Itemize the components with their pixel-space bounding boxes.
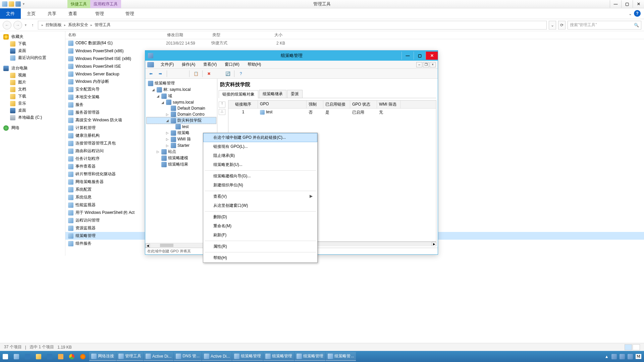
refresh-button[interactable]: ⟳ (558, 21, 566, 29)
context-menu-item[interactable]: 属性(R) (203, 242, 317, 251)
sidebar-network[interactable]: 网络 (0, 124, 65, 131)
col-date[interactable]: 修改日期 (164, 32, 210, 38)
context-menu-item[interactable]: 阻止继承(B) (203, 151, 317, 160)
tb-copy-icon[interactable]: 📋 (192, 70, 200, 77)
forward-button[interactable]: → (13, 21, 22, 29)
context-menu-item[interactable]: 在这个域中创建 GPO 并在此处链接(C)... (203, 133, 317, 142)
tree-root[interactable]: 组策略管理 (147, 80, 216, 86)
sidebar-item[interactable]: 桌面 (0, 107, 65, 114)
scroll-left-button[interactable]: ◀ (145, 244, 150, 248)
tree-ou-selected[interactable]: ◢防灾科技学院 (147, 117, 216, 124)
tray-up-icon[interactable]: ▲ (605, 354, 609, 359)
tb-refresh-icon[interactable]: 🔄 (224, 70, 231, 77)
menu-action[interactable]: 操作(A) (178, 62, 199, 67)
context-menu-item[interactable]: 帮助(H) (203, 253, 317, 262)
context-tab-apptools[interactable]: 应用程序工具 (90, 0, 121, 8)
sidebar-item[interactable]: 下载 (0, 93, 65, 100)
taskbar-app[interactable]: 组策略管理 (232, 352, 263, 361)
search-icon[interactable]: 🔍 (634, 23, 639, 27)
context-menu-item[interactable]: 刷新(F) (203, 231, 317, 240)
menu-help[interactable]: 帮助(H) (244, 62, 265, 67)
breadcrumb-seg[interactable]: 控制面板 (44, 22, 63, 28)
tb-extra-icon[interactable] (247, 70, 254, 77)
tray-flag-icon[interactable] (611, 354, 617, 359)
context-menu-item[interactable]: 组策略建模向导(G)... (203, 172, 317, 181)
taskbar-explorer[interactable] (34, 352, 45, 361)
th-enabled[interactable]: 已启用链接 (323, 101, 350, 108)
qat-props-icon[interactable] (15, 1, 21, 7)
taskbar-app[interactable]: 网络连接 (89, 352, 116, 361)
tb-up-icon[interactable] (170, 70, 177, 77)
tray-sound-icon[interactable] (628, 354, 633, 359)
context-menu-item[interactable]: 查看(V)▶ (203, 192, 317, 201)
sidebar-item[interactable]: 最近访问的位置 (0, 54, 65, 61)
taskbar-chrome[interactable] (67, 352, 78, 361)
tb-forward-button[interactable]: ➡ (157, 70, 164, 77)
inner-close[interactable]: × (430, 62, 436, 67)
sidebar-item[interactable]: 本地磁盘 (C:) (0, 114, 65, 121)
recent-dropdown-icon[interactable]: ▼ (24, 23, 27, 27)
sidebar-item[interactable]: 文档 (0, 86, 65, 93)
scroll-right-button[interactable]: ▶ (432, 242, 436, 246)
move-top-button[interactable]: ⤒ (219, 102, 225, 108)
sidebar-item[interactable]: 下载 (0, 40, 65, 47)
menu-file[interactable]: 文件(F) (157, 62, 177, 67)
th-wmi[interactable]: WMI 筛选 (377, 101, 400, 108)
close-button[interactable]: ✕ (633, 0, 644, 8)
context-tab-shortcut[interactable]: 快捷工具 (67, 0, 90, 8)
th-gpo[interactable]: GPO (258, 101, 307, 108)
context-menu-item[interactable]: 重命名(M) (203, 222, 317, 231)
context-menu-item[interactable]: 新建组织单位(N) (203, 181, 317, 190)
search-input[interactable]: 搜索"管理工具" 🔍 (568, 21, 641, 29)
address-bar[interactable]: ▸ 控制面板▸ 系统和安全▸ 管理工具 (38, 21, 547, 29)
taskbar-powershell[interactable] (23, 352, 34, 361)
taskbar-paint[interactable] (56, 352, 67, 361)
ribbon-file[interactable]: 文件 (0, 8, 21, 19)
view-details-button[interactable] (625, 344, 632, 350)
ribbon-tab-manage2[interactable]: 管理 (119, 8, 140, 19)
ribbon-tab-share[interactable]: 共享 (42, 8, 62, 19)
qat-new-icon[interactable] (9, 1, 14, 7)
taskbar-app[interactable]: 管理工具 (116, 352, 143, 361)
gpmc-titlebar[interactable]: 组策略管理 — ▢ ✕ (145, 51, 438, 61)
col-name[interactable]: 名称 (65, 32, 164, 38)
file-row[interactable]: ODBC 数据源(64 位)2013/8/22 14:59快捷方式2 KB (65, 39, 644, 47)
taskbar-app[interactable]: 组策略管理 (294, 352, 325, 361)
context-menu-item[interactable]: 从这里创建窗口(W) (203, 201, 317, 210)
help-button[interactable]: ? (634, 10, 641, 17)
up-button[interactable]: ↑ (29, 23, 36, 27)
taskbar-app[interactable]: Active Di... (202, 352, 232, 361)
sidebar-item[interactable]: 图片 (0, 79, 65, 86)
inner-restore[interactable]: ❐ (423, 62, 429, 67)
start-button[interactable] (1, 352, 11, 361)
tab-delegation[interactable]: 委派 (287, 90, 303, 98)
sidebar-item[interactable]: 音乐 (0, 100, 65, 107)
ribbon-tab-home[interactable]: 主页 (21, 8, 42, 19)
ribbon-tab-manage1[interactable]: 管理 (89, 8, 110, 19)
file-list-header[interactable]: 名称 修改日期 类型 大小 (65, 31, 644, 39)
system-tray[interactable]: ▲ M (605, 354, 643, 359)
scroll-thumb[interactable] (160, 244, 173, 247)
view-large-button[interactable] (633, 344, 640, 350)
col-type[interactable]: 类型 (210, 32, 257, 38)
ime-indicator[interactable]: M (636, 354, 641, 359)
taskbar-app[interactable]: 组策略管理 (263, 352, 294, 361)
sidebar-thispc[interactable]: 这台电脑 (0, 65, 65, 72)
inner-minimize[interactable]: – (416, 62, 422, 67)
ribbon-collapse-icon[interactable]: ⌄ (629, 11, 632, 16)
tb-back-button[interactable]: ⬅ (147, 70, 155, 77)
context-menu-item[interactable]: 组策略更新(U)... (203, 160, 317, 169)
gpmc-close-button[interactable]: ✕ (426, 52, 438, 60)
tree-dc-ou[interactable]: ▷Domain Contro (147, 111, 216, 117)
taskbar-firefox[interactable] (78, 352, 89, 361)
tree-domains[interactable]: ◢域 (147, 93, 216, 99)
tray-network-icon[interactable] (620, 354, 625, 359)
gpo-row[interactable]: 1 test 否 是 已启用 无 (228, 109, 436, 116)
breadcrumb-seg[interactable]: 系统和安全 (66, 22, 90, 28)
taskbar-app[interactable]: Active Di... (144, 352, 173, 361)
taskbar-app[interactable]: DNS 管... (174, 352, 202, 361)
gpmc-minimize-button[interactable]: — (401, 52, 414, 60)
th-status[interactable]: GPO 状态 (350, 101, 377, 108)
tree-forest[interactable]: ◢林: sayms.local (147, 86, 216, 93)
col-size[interactable]: 大小 (257, 32, 285, 38)
